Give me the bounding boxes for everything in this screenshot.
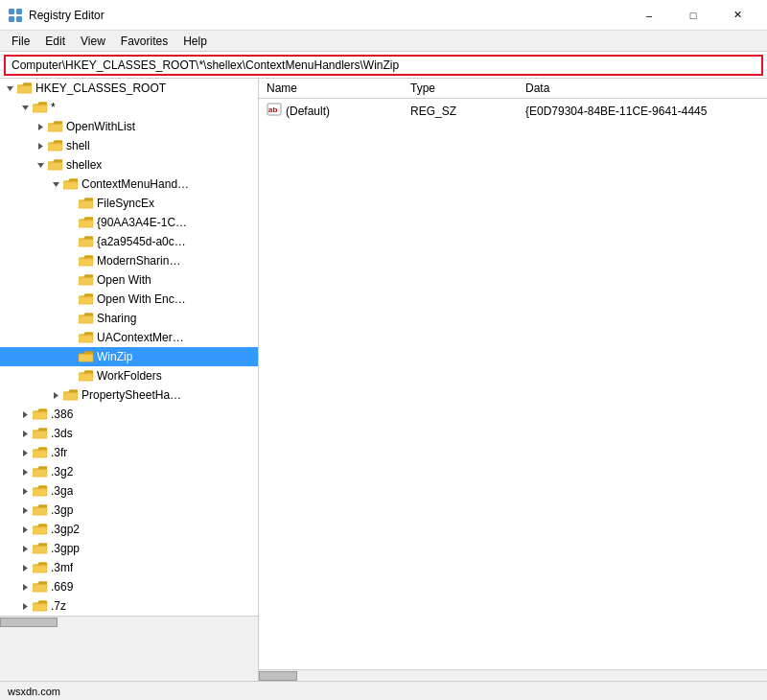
tree-label-3g2: .3g2	[51, 465, 73, 478]
tree-node-openwith[interactable]: Open With	[0, 270, 258, 290]
minimize-button[interactable]: –	[627, 0, 671, 31]
window-controls: – □ ✕	[627, 0, 759, 31]
folder-icon-modernsharing	[79, 253, 94, 268]
tree-node-modernsharing[interactable]: ModernSharin…	[0, 251, 258, 270]
expand-btn-3fr[interactable]	[17, 445, 33, 460]
svg-rect-77	[34, 604, 46, 610]
expand-btn-386[interactable]	[17, 407, 33, 422]
menu-item-view[interactable]: View	[73, 33, 113, 49]
tree-node-shellex[interactable]: shellex	[0, 155, 258, 175]
tree-node-shell[interactable]: shell	[0, 136, 258, 155]
menu-item-favorites[interactable]: Favorites	[113, 33, 175, 49]
folder-icon-openwithenc	[79, 292, 94, 307]
svg-rect-12	[49, 125, 61, 130]
svg-marker-16	[37, 163, 44, 168]
detail-horizontal-scrollbar[interactable]	[259, 669, 767, 681]
folder-icon-3g2	[33, 464, 48, 479]
svg-rect-6	[18, 86, 31, 92]
tree-node-openwithenc[interactable]: Open With Enc…	[0, 290, 258, 309]
tree-node-workfolders[interactable]: WorkFolders	[0, 366, 258, 385]
expand-btn-3g2[interactable]	[17, 464, 33, 479]
expand-btn-669[interactable]	[17, 579, 33, 595]
svg-rect-59	[34, 489, 46, 495]
tree-label-star: *	[51, 101, 56, 114]
tree-node-hkcr[interactable]: HKEY_CLASSES_ROOT	[0, 79, 258, 98]
tree-node-winzip[interactable]: WinZip	[0, 347, 258, 366]
tree-node-90aa3a4e[interactable]: {90AA3A4E-1C…	[0, 213, 258, 232]
svg-rect-3	[16, 16, 22, 22]
menu-item-file[interactable]: File	[4, 33, 37, 49]
tree-pane[interactable]: HKEY_CLASSES_ROOT * OpenWithList shell s…	[0, 79, 259, 616]
svg-rect-41	[80, 374, 92, 380]
folder-icon-workfolders	[79, 368, 94, 384]
expand-btn-shellex[interactable]	[33, 157, 48, 173]
expand-btn-3ds[interactable]	[17, 426, 33, 441]
detail-pane[interactable]: Name Type Data ab (Default)REG_SZ{E0D793…	[259, 79, 767, 669]
tree-node-star[interactable]: *	[0, 98, 258, 117]
svg-marker-63	[23, 526, 28, 533]
expand-btn-3mf[interactable]	[17, 560, 33, 575]
svg-marker-57	[23, 488, 28, 495]
tree-label-workfolders: WorkFolders	[97, 369, 162, 383]
app-title: Registry Editor	[29, 9, 627, 22]
expand-btn-hkcr[interactable]	[2, 81, 17, 96]
tree-node-3g2[interactable]: .3g2	[0, 462, 258, 481]
tree-node-openwithlist[interactable]: OpenWithList	[0, 117, 258, 136]
tree-label-3gp: .3gp	[51, 503, 73, 517]
tree-node-3gp[interactable]: .3gp	[0, 501, 258, 520]
tree-node-contextmenuhand[interactable]: ContextMenuHand…	[0, 175, 258, 194]
tree-node-7z[interactable]: .7z	[0, 596, 258, 616]
folder-icon-7z	[33, 598, 48, 614]
expand-btn-7z[interactable]	[17, 598, 33, 614]
app-icon	[8, 8, 23, 23]
svg-marker-66	[23, 546, 28, 552]
close-button[interactable]: ✕	[715, 0, 759, 31]
svg-rect-53	[34, 451, 46, 456]
expand-btn-3ga[interactable]	[17, 483, 33, 499]
svg-rect-47	[34, 412, 46, 418]
tree-label-openwithenc: Open With Enc…	[97, 292, 186, 306]
tree-node-3gpp[interactable]: .3gpp	[0, 539, 258, 558]
tree-label-propertysheetha: PropertySheetHa…	[81, 388, 181, 402]
detail-row[interactable]: ab (Default)REG_SZ{E0D79304-84BE-11CE-96…	[259, 99, 767, 124]
maximize-button[interactable]: □	[671, 0, 715, 31]
svg-rect-33	[80, 297, 92, 303]
tree-node-386[interactable]: .386	[0, 405, 258, 424]
expand-btn-propertysheetha[interactable]	[48, 387, 63, 403]
tree-node-3mf[interactable]: .3mf	[0, 558, 258, 577]
menu-item-edit[interactable]: Edit	[37, 33, 73, 49]
tree-node-3gp2[interactable]: .3gp2	[0, 520, 258, 539]
col-name: Name	[259, 79, 403, 99]
menu-item-help[interactable]: Help	[175, 33, 215, 49]
detail-scroll-thumb[interactable]	[259, 671, 297, 681]
expand-btn-openwithlist[interactable]	[33, 119, 48, 134]
tree-node-a2a9545d[interactable]: {a2a9545d-a0c…	[0, 232, 258, 251]
expand-btn-contextmenuhand[interactable]	[48, 176, 63, 192]
expand-btn-star[interactable]	[17, 100, 33, 115]
svg-rect-21	[64, 182, 77, 188]
svg-marker-60	[23, 507, 28, 514]
tree-node-propertysheetha[interactable]: PropertySheetHa…	[0, 385, 258, 405]
tree-label-90aa3a4e: {90AA3A4E-1C…	[97, 216, 187, 229]
tree-node-669[interactable]: .669	[0, 577, 258, 596]
svg-rect-25	[80, 221, 92, 226]
status-text: wsxdn.com	[8, 686, 60, 697]
folder-icon-90aa3a4e	[79, 215, 94, 230]
tree-label-shell: shell	[66, 139, 90, 152]
expand-btn-3gp2[interactable]	[17, 522, 33, 537]
tree-node-uacontextmer[interactable]: UAContextMer…	[0, 328, 258, 347]
tree-node-3fr[interactable]: .3fr	[0, 443, 258, 462]
detail-pane-wrapper: Name Type Data ab (Default)REG_SZ{E0D793…	[259, 79, 767, 681]
expand-btn-3gpp[interactable]	[17, 541, 33, 556]
address-input[interactable]	[4, 55, 763, 76]
tree-scroll-thumb[interactable]	[0, 618, 58, 627]
tree-node-sharing[interactable]: Sharing	[0, 309, 258, 328]
folder-icon-669	[33, 579, 48, 595]
svg-rect-9	[34, 105, 46, 111]
expand-btn-shell[interactable]	[33, 138, 48, 153]
tree-node-3ga[interactable]: .3ga	[0, 481, 258, 501]
tree-node-filesyncex[interactable]: FileSyncEx	[0, 194, 258, 213]
expand-btn-3gp[interactable]	[17, 502, 33, 518]
tree-horizontal-scrollbar[interactable]	[0, 616, 258, 627]
tree-node-3ds[interactable]: .3ds	[0, 424, 258, 443]
